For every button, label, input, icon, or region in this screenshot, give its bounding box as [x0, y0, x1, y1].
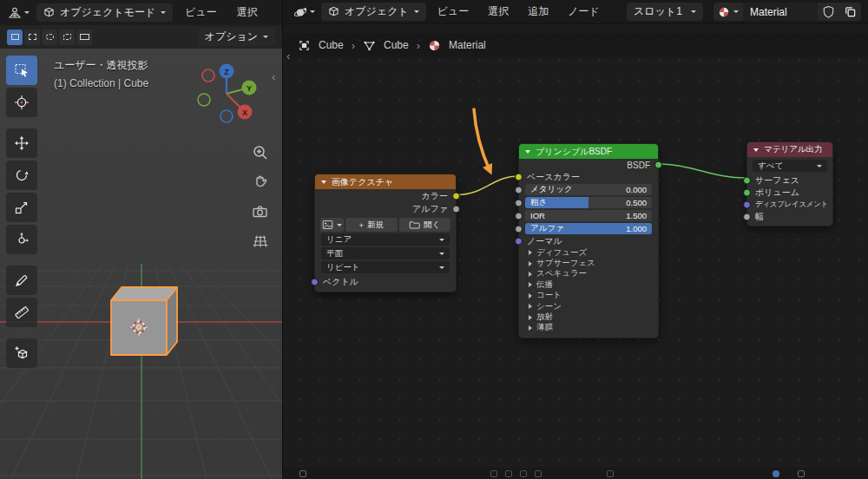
breadcrumb-object[interactable]: Cube [319, 39, 344, 51]
image-open-button[interactable]: 開く [399, 218, 451, 232]
link-bsdf-to-surface[interactable] [659, 164, 746, 178]
tool-measure[interactable] [6, 298, 37, 327]
statusbar-icon[interactable] [535, 470, 542, 477]
panel-coat[interactable]: コート [519, 291, 658, 301]
statusbar-icon[interactable] [773, 470, 779, 477]
panel-subsurface[interactable]: サブサーフェス [519, 258, 658, 268]
panel-transmission[interactable]: 伝播 [519, 279, 658, 290]
panel-specular[interactable]: スペキュラー [519, 269, 658, 279]
ior-slider[interactable]: IOR 1.500 [525, 210, 652, 221]
gizmo-neg-x-ball[interactable] [202, 69, 214, 82]
tool-add-cube[interactable] [6, 338, 37, 368]
material-output-header[interactable]: マテリアル出力 [747, 142, 832, 157]
collapse-node-icon[interactable] [753, 148, 759, 152]
breadcrumb-mesh[interactable]: Cube [384, 39, 409, 51]
projection-toggle-button[interactable] [249, 230, 272, 253]
panel-collapse-icon[interactable]: ‹ [286, 50, 290, 62]
node-principled-bsdf[interactable]: プリンシプルBSDF BSDF ベースカラー メタリック 0.000 粗さ 0.… [518, 143, 659, 338]
statusbar-icon[interactable] [607, 470, 614, 477]
image-new-button[interactable]: + 新規 [345, 218, 398, 232]
select-mode-box-button[interactable] [24, 30, 40, 45]
cube-object[interactable] [111, 287, 177, 355]
statusbar-icon[interactable] [299, 470, 306, 477]
alpha-slider[interactable]: アルファ 1.000 [525, 223, 652, 234]
camera-view-button[interactable] [249, 200, 272, 223]
gizmo-neg-z-ball[interactable] [220, 110, 233, 122]
tool-scale[interactable] [6, 193, 37, 222]
node-image-texture[interactable]: 画像テクスチャ カラー アルファ + 新規 [314, 174, 457, 292]
projection-select[interactable]: 平面 [321, 247, 450, 259]
statusbar-icon[interactable] [490, 470, 497, 477]
alpha-input-socket[interactable] [515, 225, 523, 233]
bsdf-output-socket[interactable] [654, 161, 662, 169]
tool-move[interactable] [6, 128, 37, 158]
roughness-slider[interactable]: 粗さ 0.500 [525, 197, 652, 208]
image-browse-button[interactable] [320, 218, 344, 232]
fake-user-button[interactable] [818, 3, 839, 21]
select-mode-tweak-button[interactable] [7, 30, 23, 45]
gizmo-neg-y-ball[interactable] [198, 94, 210, 106]
metallic-slider[interactable]: メタリック 0.000 [525, 184, 652, 195]
breadcrumb-material[interactable]: Material [449, 39, 486, 51]
material-name-field[interactable]: Material [743, 3, 818, 21]
tool-annotate[interactable] [6, 266, 37, 295]
panel-sheen[interactable]: シーン [519, 301, 658, 312]
shader-type-dropdown[interactable]: オブジェクト [321, 3, 426, 21]
panel-emission[interactable]: 放射 [519, 312, 658, 322]
select-mode-extra-button[interactable] [76, 30, 92, 45]
normal-input-socket[interactable] [515, 238, 523, 246]
tool-cursor[interactable] [6, 88, 37, 117]
options-dropdown[interactable]: オプション [198, 28, 275, 46]
image-texture-header[interactable]: 画像テクスチャ [315, 174, 456, 189]
interpolation-select[interactable]: リニア [321, 233, 450, 246]
statusbar-icon[interactable] [520, 470, 527, 477]
sidebar-collapse-icon[interactable]: ‹ [272, 71, 275, 82]
duplicate-material-button[interactable] [839, 3, 861, 21]
select-mode-lasso-button[interactable] [59, 30, 75, 45]
principled-header[interactable]: プリンシプルBSDF [519, 144, 658, 159]
panel-diffuse[interactable]: ディフューズ [519, 247, 658, 258]
collapse-node-icon[interactable] [525, 150, 530, 154]
tool-transform[interactable] [6, 225, 37, 254]
editor-type-button[interactable] [5, 4, 32, 22]
shader-menu-select[interactable]: 選択 [480, 3, 516, 21]
statusbar-icon[interactable] [798, 470, 805, 477]
surface-input-socket[interactable] [743, 177, 751, 185]
base-color-input-socket[interactable] [515, 174, 523, 181]
editor-type-button-shader[interactable] [291, 3, 318, 21]
extension-select[interactable]: リピート [321, 261, 450, 273]
navigation-gizmo[interactable]: Z Y X [192, 57, 265, 130]
shader-menu-add[interactable]: 追加 [520, 3, 556, 21]
shader-menu-view[interactable]: ビュー [430, 3, 477, 21]
color-output-socket[interactable] [452, 192, 460, 200]
view-name-label: ユーザー・透視投影 [54, 58, 148, 73]
displacement-input-socket[interactable] [743, 201, 751, 209]
viewport-menu-view[interactable]: ビュー [177, 3, 225, 22]
roughness-input-socket[interactable] [515, 199, 523, 207]
vector-input-socket[interactable] [311, 278, 319, 285]
collapse-node-icon[interactable] [321, 180, 326, 184]
ior-input-socket[interactable] [515, 212, 523, 220]
node-material-output[interactable]: マテリアル出力 すべて サーフェス ボリューム ディスプレイスメント 幅 [746, 141, 833, 226]
volume-input-socket[interactable] [743, 189, 751, 197]
material-slot-dropdown[interactable]: スロット1 [627, 3, 703, 21]
zoom-button[interactable] [249, 141, 272, 164]
statusbar-icon[interactable] [505, 470, 512, 477]
viewport-menu-select[interactable]: 選択 [229, 3, 266, 22]
panel-thin-film[interactable]: 薄膜 [519, 323, 658, 333]
link-color-to-basecolor[interactable] [457, 176, 518, 195]
mode-dropdown[interactable]: オブジェクトモード [36, 3, 173, 22]
metallic-input-socket[interactable] [515, 186, 523, 194]
chevron-down-icon [817, 165, 822, 167]
tool-select-box[interactable] [6, 56, 37, 85]
alpha-output-socket[interactable] [452, 205, 460, 213]
pan-view-button[interactable] [249, 171, 272, 194]
shader-menu-node[interactable]: ノード [560, 3, 608, 21]
output-target-select[interactable]: すべて [753, 160, 827, 172]
viewport-3d[interactable]: オブジェクトモード ビュー 選択 オプション [0, 0, 283, 479]
material-browse-button[interactable] [713, 3, 743, 21]
select-mode-circle-button[interactable] [42, 30, 57, 45]
tool-rotate[interactable] [6, 161, 37, 190]
thickness-input-socket[interactable] [743, 213, 751, 221]
shader-editor[interactable]: オブジェクト ビュー 選択 追加 ノード スロット1 Material [284, 0, 868, 479]
